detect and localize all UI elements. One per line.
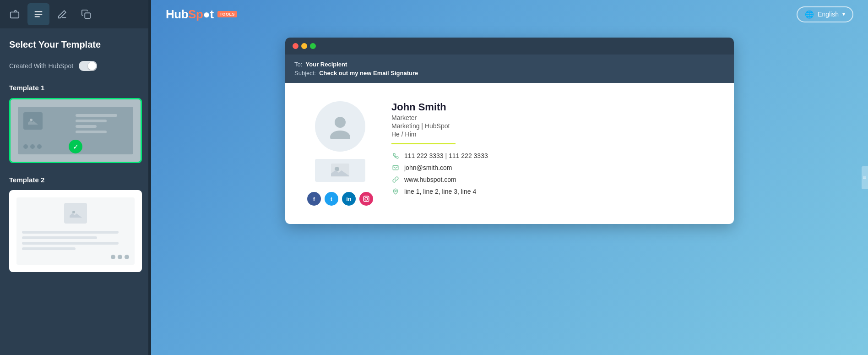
template-1-img bbox=[23, 112, 43, 130]
location-icon bbox=[391, 187, 400, 196]
email-subject-label: Subject: bbox=[294, 70, 316, 76]
template-2-img bbox=[64, 203, 87, 224]
language-button[interactable]: 🌐 English ▾ bbox=[797, 6, 853, 22]
toggle-row: Created With HubSpot bbox=[9, 61, 142, 71]
template-2-card[interactable] bbox=[9, 190, 142, 272]
language-label: English bbox=[818, 11, 839, 18]
svg-point-15 bbox=[365, 197, 368, 200]
facebook-icon[interactable]: f bbox=[307, 192, 321, 206]
contact-website-row: www.hubspot.com bbox=[391, 175, 712, 184]
svg-rect-17 bbox=[393, 165, 398, 169]
main-content: HubSp●t TOOLS 🌐 English ▾ To: Your Recip… bbox=[151, 0, 868, 355]
template-2-name: Template 2 bbox=[9, 176, 142, 184]
contact-address-row: line 1, line 2, line 3, line 4 bbox=[391, 187, 712, 196]
sidebar-icon-pen[interactable] bbox=[51, 3, 73, 25]
sidebar-content: Select Your Template Created With HubSpo… bbox=[0, 28, 151, 355]
contact-email-row: john@smith.com bbox=[391, 164, 712, 172]
signature-contact: 111 222 3333 | 111 222 3333 john@smith.c bbox=[391, 152, 712, 196]
social-icons-row: f t in bbox=[307, 192, 373, 206]
email-body: f t in bbox=[285, 83, 734, 224]
hubspot-logo: HubSp●t TOOLS bbox=[166, 7, 237, 22]
template-1-section: Template 1 bbox=[9, 84, 142, 163]
svg-point-10 bbox=[335, 117, 346, 128]
sidebar-icon-text[interactable] bbox=[27, 3, 49, 25]
signature-company: Marketing | HubSpot bbox=[391, 122, 712, 130]
sidebar: Select Your Template Created With HubSpo… bbox=[0, 0, 151, 355]
sidebar-toolbar bbox=[0, 0, 151, 28]
sidebar-icon-briefcase[interactable] bbox=[4, 3, 26, 25]
template-1-checkmark: ✓ bbox=[69, 140, 82, 153]
sidebar-icon-copy[interactable] bbox=[75, 3, 97, 25]
signature-avatar bbox=[315, 101, 365, 152]
email-header: To: Your Recipient Subject: Check out my… bbox=[285, 55, 734, 83]
signature-divider bbox=[391, 143, 456, 144]
twitter-icon[interactable]: t bbox=[325, 192, 338, 206]
window-close-btn[interactable] bbox=[293, 43, 298, 49]
email-icon bbox=[391, 164, 400, 172]
signature-pronouns: He / Him bbox=[391, 131, 712, 138]
tools-badge: TOOLS bbox=[217, 11, 237, 17]
template-1-card[interactable]: ✓ bbox=[9, 98, 142, 163]
email-window: To: Your Recipient Subject: Check out my… bbox=[285, 38, 734, 224]
svg-rect-5 bbox=[85, 13, 90, 18]
linkedin-icon[interactable]: in bbox=[342, 192, 356, 206]
chevron-down-icon: ▾ bbox=[842, 11, 845, 17]
globe-icon: 🌐 bbox=[805, 10, 814, 19]
contact-website-value: www.hubspot.com bbox=[404, 176, 456, 183]
email-preview-wrapper: To: Your Recipient Subject: Check out my… bbox=[151, 28, 868, 355]
instagram-icon[interactable] bbox=[359, 192, 373, 206]
svg-point-16 bbox=[368, 197, 368, 197]
signature-left: f t in bbox=[307, 101, 373, 206]
signature-title: Marketer bbox=[391, 114, 712, 121]
phone-icon bbox=[391, 152, 400, 160]
signature-banner bbox=[315, 159, 365, 182]
logo-text: HubSp●t bbox=[166, 7, 214, 22]
window-minimize-btn[interactable] bbox=[301, 43, 307, 49]
window-maximize-btn[interactable] bbox=[310, 43, 316, 49]
email-to-label: To: bbox=[294, 61, 302, 68]
signature-name: John Smith bbox=[391, 101, 712, 113]
template-2-lines bbox=[22, 231, 129, 250]
right-expand-handle[interactable]: ||| bbox=[862, 166, 868, 189]
contact-phone-row: 111 222 3333 | 111 222 3333 bbox=[391, 152, 712, 160]
svg-point-18 bbox=[395, 190, 396, 192]
hubspot-toggle[interactable] bbox=[79, 61, 97, 71]
template-1-lines bbox=[76, 112, 128, 136]
contact-phone-value: 111 222 3333 | 111 222 3333 bbox=[404, 152, 488, 159]
signature-container: f t in bbox=[307, 101, 712, 206]
contact-address-value: line 1, line 2, line 3, line 4 bbox=[404, 188, 476, 195]
toggle-label: Created With HubSpot bbox=[9, 62, 73, 70]
email-subject-value: Check out my new Email Signature bbox=[319, 70, 418, 76]
template-2-preview bbox=[16, 197, 135, 265]
svg-rect-14 bbox=[363, 196, 369, 202]
topbar: HubSp●t TOOLS 🌐 English ▾ bbox=[151, 0, 868, 28]
sidebar-title: Select Your Template bbox=[9, 39, 142, 50]
template-2-section: Template 2 bbox=[9, 176, 142, 272]
email-to-value: Your Recipient bbox=[306, 61, 347, 68]
template-2-dots bbox=[22, 255, 129, 259]
svg-rect-0 bbox=[11, 12, 19, 18]
email-to-line: To: Your Recipient bbox=[294, 61, 725, 68]
contact-email-value: john@smith.com bbox=[404, 164, 452, 171]
signature-right: John Smith Marketer Marketing | HubSpot … bbox=[391, 101, 712, 196]
svg-point-9 bbox=[72, 211, 75, 213]
svg-point-11 bbox=[330, 131, 350, 139]
template-1-name: Template 1 bbox=[9, 84, 142, 92]
email-titlebar bbox=[285, 38, 734, 55]
email-subject-line: Subject: Check out my new Email Signatur… bbox=[294, 70, 725, 76]
link-icon bbox=[391, 175, 400, 184]
